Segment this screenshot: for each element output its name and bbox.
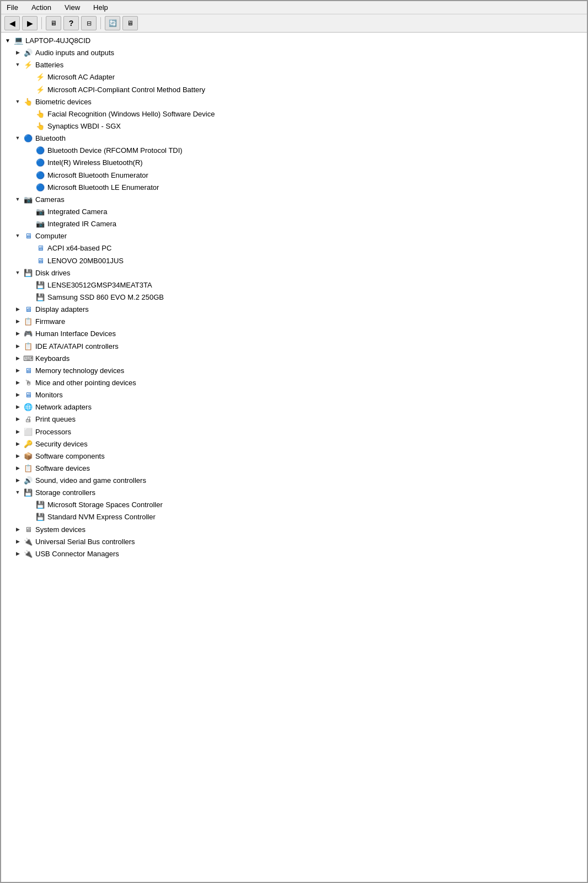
tree-item-lenovo[interactable]: 🖥LENOVO 20MB001JUS xyxy=(1,255,587,267)
tree-item-bt-intel[interactable]: 🔵Intel(R) Wireless Bluetooth(R) xyxy=(1,157,587,169)
expander-disk[interactable]: ▼ xyxy=(13,269,22,278)
expander-firmware[interactable]: ▶ xyxy=(13,317,22,326)
tree-item-storage[interactable]: ▼💾Storage controllers xyxy=(1,487,587,499)
device-manager-window: File Action View Help ◀ ▶ 🖥 ? ⊟ 🔄 🖥 ▼ 💻 … xyxy=(0,0,588,883)
menu-action[interactable]: Action xyxy=(28,2,55,13)
menubar: File Action View Help xyxy=(1,1,587,14)
icon-lense: 💾 xyxy=(35,280,45,290)
tree-item-cameras[interactable]: ▼📷Cameras xyxy=(1,194,587,206)
expander-usb-conn[interactable]: ▶ xyxy=(13,550,22,558)
tree-item-lense[interactable]: 💾LENSE30512GMSP34MEAT3TA xyxy=(1,279,587,291)
tree-item-memory[interactable]: ▶🖥Memory technology devices xyxy=(1,365,587,377)
toggle-view-button[interactable]: ⊟ xyxy=(81,16,97,30)
tree-item-ms-battery[interactable]: ⚡Microsoft ACPI-Compliant Control Method… xyxy=(1,84,587,96)
expander-hid[interactable]: ▶ xyxy=(13,329,22,338)
root-node[interactable]: ▼ 💻 LAPTOP-4UJQ8CID xyxy=(1,35,587,47)
label-keyboards: Keyboards xyxy=(35,353,70,364)
tree-item-computer[interactable]: ▼🖥Computer xyxy=(1,230,587,242)
tree-item-display[interactable]: ▶🖥Display adapters xyxy=(1,304,587,316)
tree-item-system[interactable]: ▶🖥System devices xyxy=(1,524,587,536)
expander-security[interactable]: ▶ xyxy=(13,440,22,449)
expander-display[interactable]: ▶ xyxy=(13,305,22,314)
tree-item-synaptics[interactable]: 👆Synaptics WBDI - SGX xyxy=(1,120,587,132)
display-button[interactable]: 🖥 xyxy=(122,16,138,30)
expander-monitors[interactable]: ▶ xyxy=(13,391,22,400)
tree-item-usb[interactable]: ▶🔌Universal Serial Bus controllers xyxy=(1,536,587,548)
expander-ms-adapter xyxy=(25,73,34,82)
expander-software-dev[interactable]: ▶ xyxy=(13,464,22,473)
tree-item-bt-rfcomm[interactable]: 🔵Bluetooth Device (RFCOMM Protocol TDI) xyxy=(1,145,587,157)
menu-help[interactable]: Help xyxy=(90,2,111,13)
back-button[interactable]: ◀ xyxy=(4,16,20,30)
tree-item-nvm[interactable]: 💾Standard NVM Express Controller xyxy=(1,511,587,523)
tree-item-facial[interactable]: 👆Facial Recognition (Windows Hello) Soft… xyxy=(1,108,587,120)
root-expander[interactable]: ▼ xyxy=(3,36,12,45)
expander-sound[interactable]: ▶ xyxy=(13,476,22,485)
tree-item-software-comp[interactable]: ▶📦Software components xyxy=(1,450,587,462)
expander-keyboards[interactable]: ▶ xyxy=(13,354,22,363)
menu-view[interactable]: View xyxy=(61,2,83,13)
tree-item-samsung[interactable]: 💾Samsung SSD 860 EVO M.2 250GB xyxy=(1,291,587,304)
expander-mice[interactable]: ▶ xyxy=(13,379,22,387)
tree-item-disk[interactable]: ▼💾Disk drives xyxy=(1,267,587,279)
tree-item-firmware[interactable]: ▶📋Firmware xyxy=(1,316,587,328)
tree-item-ms-storage[interactable]: 💾Microsoft Storage Spaces Controller xyxy=(1,499,587,511)
root-label: LAPTOP-4UJQ8CID xyxy=(25,35,90,46)
expander-system[interactable]: ▶ xyxy=(13,525,22,534)
expander-processors[interactable]: ▶ xyxy=(13,428,22,437)
tree-item-mice[interactable]: ▶🖱Mice and other pointing devices xyxy=(1,377,587,389)
tree-item-bt-ms-le[interactable]: 🔵Microsoft Bluetooth LE Enumerator xyxy=(1,182,587,194)
menu-file[interactable]: File xyxy=(3,2,22,13)
tree-item-software-dev[interactable]: ▶📋Software devices xyxy=(1,462,587,475)
icon-usb: 🔌 xyxy=(23,537,33,547)
update-driver-button[interactable]: 🔄 xyxy=(105,16,120,30)
expander-print[interactable]: ▶ xyxy=(13,415,22,424)
show-properties-button[interactable]: 🖥 xyxy=(46,16,61,30)
expander-biometric[interactable]: ▼ xyxy=(13,98,22,107)
tree-item-int-ir-camera[interactable]: 📷Integrated IR Camera xyxy=(1,218,587,230)
tree-item-usb-conn[interactable]: ▶🔌USB Connector Managers xyxy=(1,548,587,560)
tree-item-security[interactable]: ▶🔑Security devices xyxy=(1,438,587,450)
icon-system: 🖥 xyxy=(23,525,33,535)
tree-item-bluetooth[interactable]: ▼🔵Bluetooth xyxy=(1,132,587,145)
label-bt-intel: Intel(R) Wireless Bluetooth(R) xyxy=(47,157,143,168)
help-button[interactable]: ? xyxy=(63,16,79,30)
icon-acpi: 🖥 xyxy=(35,243,45,253)
expander-ide[interactable]: ▶ xyxy=(13,342,22,351)
expander-storage[interactable]: ▼ xyxy=(13,488,22,497)
label-lenovo: LENOVO 20MB001JUS xyxy=(47,256,124,267)
expander-network[interactable]: ▶ xyxy=(13,403,22,412)
expander-computer[interactable]: ▼ xyxy=(13,232,22,241)
expander-cameras[interactable]: ▼ xyxy=(13,195,22,204)
tree-item-acpi[interactable]: 🖥ACPI x64-based PC xyxy=(1,242,587,254)
tree-item-print[interactable]: ▶🖨Print queues xyxy=(1,413,587,425)
tree-item-keyboards[interactable]: ▶⌨Keyboards xyxy=(1,353,587,365)
expander-batteries[interactable]: ▼ xyxy=(13,61,22,70)
forward-button[interactable]: ▶ xyxy=(22,16,38,30)
tree-item-network[interactable]: ▶🌐Network adapters xyxy=(1,401,587,413)
expander-software-comp[interactable]: ▶ xyxy=(13,452,22,461)
tree-item-int-camera[interactable]: 📷Integrated Camera xyxy=(1,206,587,218)
tree-item-hid[interactable]: ▶🎮Human Interface Devices xyxy=(1,328,587,340)
tree-item-ms-adapter[interactable]: ⚡Microsoft AC Adapter xyxy=(1,71,587,83)
tree-item-audio[interactable]: ▶🔊Audio inputs and outputs xyxy=(1,47,587,59)
icon-ms-battery: ⚡ xyxy=(35,85,45,95)
icon-bluetooth: 🔵 xyxy=(23,134,33,143)
expander-audio[interactable]: ▶ xyxy=(13,49,22,57)
expander-ms-storage xyxy=(25,501,34,509)
expander-bluetooth[interactable]: ▼ xyxy=(13,134,22,143)
icon-ms-adapter: ⚡ xyxy=(35,72,45,82)
tree-item-batteries[interactable]: ▼⚡Batteries xyxy=(1,59,587,71)
icon-software-dev: 📋 xyxy=(23,464,33,474)
tree-item-sound[interactable]: ▶🔊Sound, video and game controllers xyxy=(1,475,587,487)
label-ms-adapter: Microsoft AC Adapter xyxy=(47,72,115,83)
expander-memory[interactable]: ▶ xyxy=(13,366,22,375)
label-ms-storage: Microsoft Storage Spaces Controller xyxy=(47,499,163,510)
tree-item-bt-ms-enum[interactable]: 🔵Microsoft Bluetooth Enumerator xyxy=(1,169,587,182)
icon-memory: 🖥 xyxy=(23,366,33,376)
expander-usb[interactable]: ▶ xyxy=(13,538,22,546)
tree-item-biometric[interactable]: ▼👆Biometric devices xyxy=(1,96,587,108)
tree-item-processors[interactable]: ▶⬜Processors xyxy=(1,426,587,438)
tree-item-ide[interactable]: ▶📋IDE ATA/ATAPI controllers xyxy=(1,341,587,353)
tree-item-monitors[interactable]: ▶🖥Monitors xyxy=(1,389,587,401)
